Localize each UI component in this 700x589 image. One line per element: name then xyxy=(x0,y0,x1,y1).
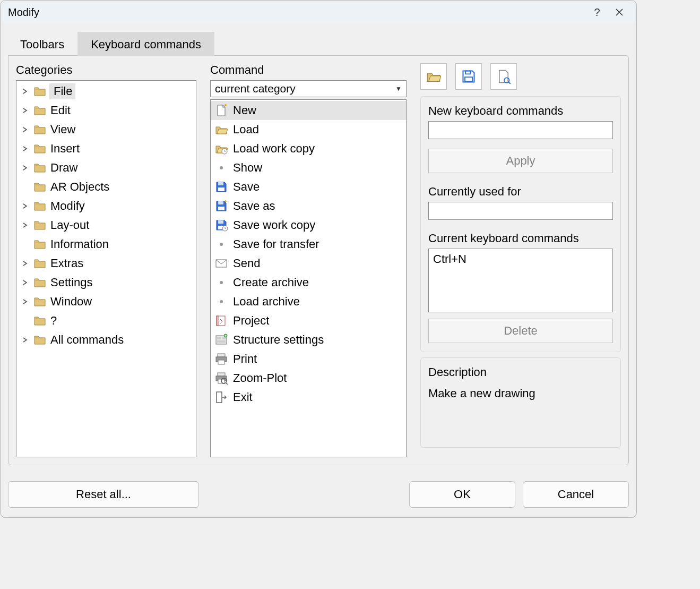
close-button[interactable] xyxy=(610,3,629,22)
category-item[interactable]: View xyxy=(16,120,196,139)
category-item[interactable]: Settings xyxy=(16,273,196,292)
folder-icon xyxy=(33,334,46,346)
tab-keyboard-commands[interactable]: Keyboard commands xyxy=(77,32,214,56)
svg-rect-22 xyxy=(217,340,226,343)
expand-caret-icon[interactable] xyxy=(20,220,30,231)
floppy-icon xyxy=(214,181,229,193)
command-item[interactable]: Save xyxy=(211,177,406,197)
category-item[interactable]: Draw xyxy=(16,158,196,177)
save-config-button[interactable] xyxy=(455,63,482,90)
category-label: Settings xyxy=(49,276,93,289)
command-item[interactable]: Save as xyxy=(211,197,406,216)
expand-caret-icon[interactable] xyxy=(20,86,30,97)
expand-caret-icon[interactable] xyxy=(20,143,30,154)
structure-icon xyxy=(214,334,229,346)
command-item[interactable]: Zoom-Plot xyxy=(211,369,406,388)
new-kb-input[interactable] xyxy=(428,121,613,139)
open-config-button[interactable] xyxy=(420,63,447,90)
command-item[interactable]: Save work copy xyxy=(211,216,406,235)
tab-toolbars[interactable]: Toolbars xyxy=(7,32,77,56)
dot-icon xyxy=(214,243,229,246)
command-list[interactable]: NewLoadLoad work copyShowSaveSave asSave… xyxy=(210,99,407,457)
command-item[interactable]: Load archive xyxy=(211,292,406,311)
apply-button[interactable]: Apply xyxy=(428,149,613,173)
delete-button[interactable]: Delete xyxy=(428,319,613,343)
folder-icon xyxy=(33,181,46,193)
command-item[interactable]: Exit xyxy=(211,388,406,407)
category-label: Extras xyxy=(49,257,83,270)
icon-toolbar xyxy=(420,63,621,90)
command-item[interactable]: Structure settings xyxy=(211,330,406,349)
command-item[interactable]: Save for transfer xyxy=(211,235,406,254)
ok-button[interactable]: OK xyxy=(409,481,515,508)
category-label: ? xyxy=(49,314,57,328)
category-item[interactable]: Insert xyxy=(16,139,196,158)
command-item[interactable]: Show xyxy=(211,158,406,177)
modify-dialog: Modify ? Toolbars Keyboard commands Cate… xyxy=(0,0,637,518)
currently-used-label: Currently used for xyxy=(428,185,613,199)
expand-caret-icon[interactable] xyxy=(20,335,30,345)
folder-icon xyxy=(33,257,46,270)
command-label: Print xyxy=(232,352,257,366)
command-filter-combo[interactable]: current category ▼ xyxy=(210,80,407,97)
command-label: Save work copy xyxy=(232,218,315,232)
folder-icon xyxy=(33,238,46,251)
category-item[interactable]: Extras xyxy=(16,254,196,273)
dot-icon xyxy=(214,166,229,169)
titlebar: Modify ? xyxy=(1,1,636,24)
command-item[interactable]: New xyxy=(211,101,406,120)
category-item[interactable]: Window xyxy=(16,292,196,311)
svg-rect-27 xyxy=(465,77,472,81)
current-kb-list[interactable]: Ctrl+N xyxy=(428,249,613,312)
svg-rect-20 xyxy=(217,337,221,339)
command-label: Save as xyxy=(232,199,275,213)
svg-rect-21 xyxy=(222,337,226,339)
category-item[interactable]: Lay-out xyxy=(16,216,196,235)
category-label: Draw xyxy=(49,161,77,175)
category-item[interactable]: File xyxy=(16,82,196,101)
floppyclock-icon xyxy=(214,219,229,232)
expand-caret-icon[interactable] xyxy=(20,105,30,116)
cancel-button[interactable]: Cancel xyxy=(523,481,629,508)
category-item[interactable]: Edit xyxy=(16,101,196,120)
categories-tree[interactable]: FileEditViewInsertDrawAR ObjectsModifyLa… xyxy=(16,80,196,457)
category-label: AR Objects xyxy=(49,180,109,194)
category-label: Window xyxy=(49,295,92,309)
command-label: New xyxy=(232,104,256,117)
category-item[interactable]: Modify xyxy=(16,197,196,216)
printer-icon xyxy=(214,353,229,365)
folderclock-icon xyxy=(214,142,229,155)
expand-caret-icon[interactable] xyxy=(20,277,30,288)
svg-line-25 xyxy=(226,383,228,385)
description-text: Make a new drawing xyxy=(428,387,613,400)
command-label: Command xyxy=(210,63,407,77)
find-command-button[interactable] xyxy=(490,63,517,90)
expand-caret-icon[interactable] xyxy=(20,296,30,307)
command-item[interactable]: Print xyxy=(211,349,406,369)
command-label: Load xyxy=(232,123,259,136)
command-item[interactable]: Create archive xyxy=(211,273,406,292)
expand-caret-icon[interactable] xyxy=(20,258,30,269)
command-item[interactable]: Send xyxy=(211,254,406,273)
category-item[interactable]: AR Objects xyxy=(16,177,196,197)
category-item[interactable]: All commands xyxy=(16,330,196,349)
folder-icon xyxy=(33,295,46,308)
help-button[interactable]: ? xyxy=(587,3,607,22)
command-item[interactable]: Load xyxy=(211,120,406,139)
folder-icon xyxy=(33,276,46,289)
command-item[interactable]: Project xyxy=(211,311,406,330)
mail-icon xyxy=(214,257,229,270)
category-item[interactable]: ? xyxy=(16,311,196,330)
expand-caret-icon[interactable] xyxy=(20,163,30,173)
exit-icon xyxy=(214,391,229,404)
dot-icon xyxy=(214,281,229,284)
category-item[interactable]: Information xyxy=(16,235,196,254)
expand-caret-icon[interactable] xyxy=(20,124,30,135)
tab-content: Categories FileEditViewInsertDrawAR Obje… xyxy=(8,55,629,465)
command-label: Load archive xyxy=(232,295,300,309)
expand-caret-icon[interactable] xyxy=(20,201,30,211)
category-label: Insert xyxy=(49,142,80,156)
reset-all-button[interactable]: Reset all... xyxy=(8,481,199,508)
command-item[interactable]: Load work copy xyxy=(211,139,406,158)
command-label: Zoom-Plot xyxy=(232,371,287,385)
